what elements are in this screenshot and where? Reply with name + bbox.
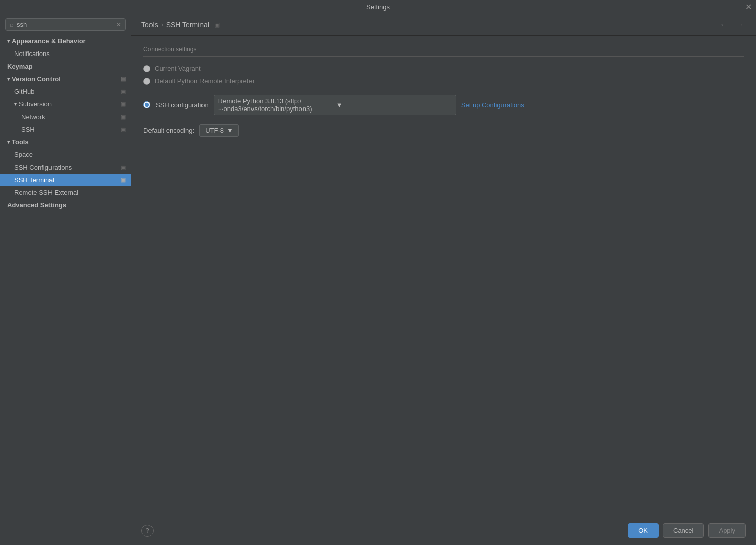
sidebar-item-label: SSH Configurations — [14, 164, 72, 171]
sidebar-item-label: GitHub — [14, 88, 34, 95]
encoding-value: UTF-8 — [205, 127, 224, 134]
radio-python[interactable] — [143, 78, 150, 85]
sidebar-item-label: SSH Terminal — [14, 176, 54, 184]
breadcrumb-current: SSH Terminal — [166, 21, 209, 29]
collapse-icon: ▾ — [7, 139, 10, 145]
nav-forward-button[interactable]: → — [734, 20, 746, 29]
sidebar-item-ssh[interactable]: SSH ▣ — [0, 123, 131, 136]
section-label: Connection settings — [143, 46, 744, 57]
reset-icon: ▣ — [121, 101, 126, 107]
sidebar-item-notifications[interactable]: Notifications — [0, 47, 131, 60]
sidebar-item-space[interactable]: Space — [0, 148, 131, 161]
reset-icon: ▣ — [121, 177, 126, 183]
reset-icon: ▣ — [121, 76, 126, 82]
content-area: Tools › SSH Terminal ▣ ← → Connection se… — [131, 14, 756, 545]
breadcrumb-tools[interactable]: Tools — [141, 21, 158, 29]
window-title: Settings — [366, 3, 390, 11]
sidebar-item-appearance-behavior[interactable]: ▾ Appearance & Behavior — [0, 35, 131, 47]
encoding-dropdown-arrow-icon: ▼ — [227, 127, 233, 134]
reset-icon: ▣ — [121, 164, 126, 171]
encoding-dropdown[interactable]: UTF-8 ▼ — [199, 124, 239, 137]
sidebar-item-label: SSH — [21, 126, 35, 133]
dropdown-arrow-icon: ▼ — [336, 101, 451, 109]
cancel-button[interactable]: Cancel — [663, 523, 704, 538]
radio-vagrant-label: Current Vagrant — [155, 65, 201, 72]
footer: ? OK Cancel Apply — [131, 516, 756, 545]
main-container: ⌕ ✕ ▾ Appearance & Behavior Notification… — [0, 14, 756, 545]
footer-left: ? — [141, 525, 154, 537]
encoding-row: Default encoding: UTF-8 ▼ — [143, 124, 744, 137]
collapse-icon: ▾ — [7, 76, 10, 82]
sidebar-item-network[interactable]: Network ▣ — [0, 111, 131, 123]
radio-ssh-config-label: SSH configuration — [156, 101, 209, 109]
search-box[interactable]: ⌕ ✕ — [5, 18, 126, 31]
sidebar-item-ssh-configurations[interactable]: SSH Configurations ▣ — [0, 161, 131, 174]
sidebar-item-advanced-settings[interactable]: Advanced Settings — [0, 199, 131, 211]
sidebar-item-keymap[interactable]: Keymap — [0, 60, 131, 73]
close-button[interactable]: ✕ — [745, 3, 752, 11]
radio-row-vagrant: Current Vagrant — [143, 65, 744, 72]
reset-icon: ▣ — [121, 88, 126, 95]
search-icon: ⌕ — [10, 21, 14, 28]
radio-row-python: Default Python Remote Interpreter — [143, 77, 744, 85]
encoding-label: Default encoding: — [143, 127, 194, 134]
setup-configurations-link[interactable]: Set up Configurations — [461, 101, 524, 109]
apply-button[interactable]: Apply — [708, 523, 746, 538]
nav-arrows: ← → — [718, 20, 746, 29]
sidebar-item-tools[interactable]: ▾ Tools — [0, 136, 131, 148]
radio-ssh-config[interactable] — [143, 101, 150, 108]
sidebar-item-version-control[interactable]: ▾ Version Control ▣ — [0, 73, 131, 85]
sidebar-item-label: Appearance & Behavior — [12, 37, 86, 45]
reset-icon: ▣ — [121, 126, 126, 133]
ok-button[interactable]: OK — [628, 523, 659, 538]
sidebar-item-label: Tools — [12, 138, 29, 146]
sidebar-item-label: Subversion — [19, 100, 52, 108]
sidebar-item-label: Network — [21, 113, 45, 121]
sidebar-item-ssh-terminal[interactable]: SSH Terminal ▣ — [0, 174, 131, 186]
sidebar-item-label: Remote SSH External — [14, 189, 78, 196]
collapse-icon: ▾ — [14, 101, 17, 107]
ssh-config-row: SSH configuration Remote Python 3.8.13 (… — [143, 95, 744, 115]
sidebar: ⌕ ✕ ▾ Appearance & Behavior Notification… — [0, 14, 131, 545]
ssh-dropdown-value: Remote Python 3.8.13 (sftp:/···onda3/env… — [218, 97, 333, 113]
help-button[interactable]: ? — [141, 525, 154, 537]
radio-vagrant[interactable] — [143, 65, 150, 72]
search-clear-button[interactable]: ✕ — [116, 21, 121, 28]
reset-icon: ▣ — [121, 114, 126, 120]
collapse-icon: ▾ — [7, 38, 10, 44]
sidebar-item-label: Advanced Settings — [7, 201, 66, 209]
search-input[interactable] — [17, 21, 113, 28]
breadcrumb-reset-icon: ▣ — [214, 21, 220, 28]
sidebar-item-github[interactable]: GitHub ▣ — [0, 85, 131, 98]
ssh-config-dropdown[interactable]: Remote Python 3.8.13 (sftp:/···onda3/env… — [214, 95, 456, 115]
sidebar-item-remote-ssh-external[interactable]: Remote SSH External — [0, 186, 131, 199]
sidebar-item-label: Space — [14, 151, 33, 158]
radio-python-label: Default Python Remote Interpreter — [155, 77, 255, 85]
sidebar-item-subversion[interactable]: ▾ Subversion ▣ — [0, 98, 131, 111]
sidebar-item-label: Notifications — [14, 50, 50, 58]
sidebar-item-label: Version Control — [12, 75, 61, 83]
nav-back-button[interactable]: ← — [718, 20, 730, 29]
content-body: Connection settings Current Vagrant Defa… — [131, 36, 756, 516]
breadcrumb-arrow: › — [161, 21, 163, 28]
title-bar: Settings ✕ — [0, 0, 756, 14]
content-header: Tools › SSH Terminal ▣ ← → — [131, 14, 756, 36]
radio-group: Current Vagrant Default Python Remote In… — [143, 65, 744, 85]
sidebar-item-label: Keymap — [7, 63, 33, 70]
